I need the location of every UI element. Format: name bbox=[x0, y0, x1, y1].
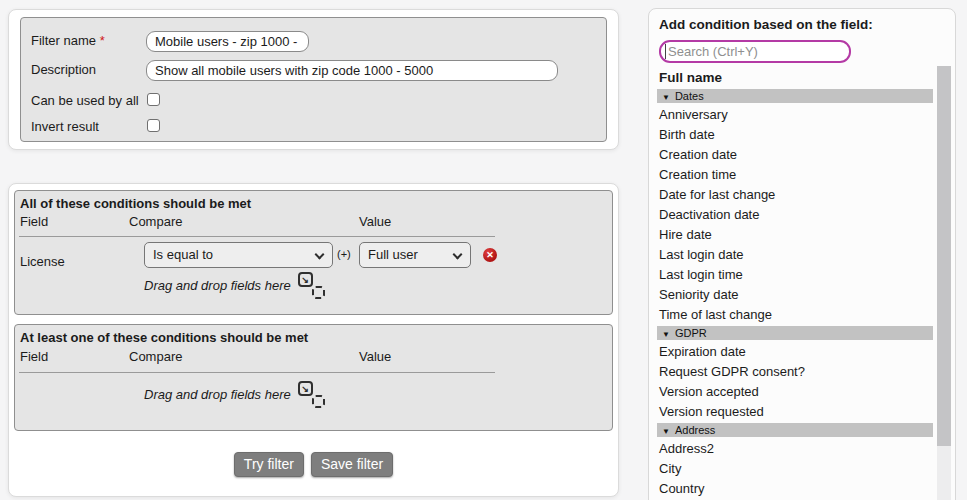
chevron-down-icon bbox=[453, 250, 463, 260]
drag-drop-icon: ↘ bbox=[298, 381, 325, 408]
collapse-triangle-icon: ▼ bbox=[662, 93, 670, 102]
search-input[interactable] bbox=[659, 40, 851, 63]
dropzone-text: Drag and drop fields here bbox=[144, 273, 291, 299]
field-item[interactable]: Creation date bbox=[649, 145, 955, 165]
column-header-value: Value bbox=[359, 349, 391, 364]
invert-result-label: Invert result bbox=[31, 120, 99, 134]
field-item[interactable]: Country bbox=[649, 479, 955, 499]
column-header-value: Value bbox=[359, 214, 391, 229]
column-header-compare: Compare bbox=[129, 214, 182, 229]
drag-drop-icon: ↘ bbox=[298, 272, 325, 299]
add-value-link[interactable]: (+) bbox=[337, 248, 351, 260]
conditions-card: All of these conditions should be met Fi… bbox=[8, 183, 619, 497]
field-item[interactable]: Expiration date bbox=[649, 342, 955, 362]
section-label: GDPR bbox=[675, 327, 707, 339]
drop-arrow-icon: ↘ bbox=[298, 381, 313, 396]
drop-arrow-icon: ↘ bbox=[298, 272, 313, 287]
field-item[interactable]: Date for last change bbox=[649, 185, 955, 205]
column-header-field: Field bbox=[20, 214, 48, 229]
column-header-field: Field bbox=[20, 349, 48, 364]
filter-name-input[interactable] bbox=[146, 31, 309, 52]
conditions-all-panel: All of these conditions should be met Fi… bbox=[14, 190, 613, 315]
field-item[interactable]: Last login date bbox=[649, 245, 955, 265]
conditions-all-dropzone[interactable]: Drag and drop fields here ↘ bbox=[144, 272, 325, 299]
try-filter-button[interactable]: Try filter bbox=[234, 452, 304, 477]
field-item[interactable]: Hire date bbox=[649, 225, 955, 245]
field-item-pinned[interactable]: Full name bbox=[649, 67, 955, 88]
section-header-address[interactable]: ▼Address bbox=[657, 423, 933, 437]
filter-definition-card: Filter name * Description Can be used by… bbox=[8, 9, 619, 150]
field-item[interactable]: Creation time bbox=[649, 165, 955, 185]
field-item[interactable]: Seniority date bbox=[649, 285, 955, 305]
compare-select-value: Is equal to bbox=[153, 247, 213, 262]
text-caret bbox=[665, 44, 666, 59]
can-be-used-by-all-checkbox[interactable] bbox=[147, 93, 160, 106]
delete-condition-button[interactable]: ✕ bbox=[483, 248, 497, 262]
field-list: Full name▼DatesAnniversaryBirth dateCrea… bbox=[649, 67, 955, 500]
chevron-down-icon bbox=[315, 250, 325, 260]
scrollbar-track[interactable] bbox=[937, 66, 951, 500]
filter-definition-panel: Filter name * Description Can be used by… bbox=[20, 17, 607, 142]
section-header-gdpr[interactable]: ▼GDPR bbox=[657, 326, 933, 340]
conditions-any-dropzone[interactable]: Drag and drop fields here ↘ bbox=[144, 381, 325, 408]
section-label: Address bbox=[675, 424, 715, 436]
conditions-any-title: At least one of these conditions should … bbox=[20, 330, 308, 345]
field-item[interactable]: Anniversary bbox=[649, 105, 955, 125]
header-divider bbox=[19, 372, 495, 373]
conditions-any-panel: At least one of these conditions should … bbox=[14, 324, 613, 431]
collapse-triangle-icon: ▼ bbox=[662, 330, 670, 339]
field-item[interactable]: Last login time bbox=[649, 265, 955, 285]
value-select-value: Full user bbox=[368, 247, 418, 262]
save-filter-button[interactable]: Save filter bbox=[311, 452, 393, 477]
field-item[interactable]: Time of last change bbox=[649, 305, 955, 325]
invert-result-checkbox[interactable] bbox=[147, 119, 160, 132]
conditions-all-title: All of these conditions should be met bbox=[20, 196, 251, 211]
section-label: Dates bbox=[675, 90, 704, 102]
drop-target-dashed-icon bbox=[312, 395, 325, 408]
dropzone-text: Drag and drop fields here bbox=[144, 382, 291, 408]
description-input[interactable] bbox=[146, 60, 558, 81]
scrollbar-thumb[interactable] bbox=[937, 66, 951, 446]
compare-select[interactable]: Is equal to bbox=[144, 242, 333, 268]
condition-field-name: License bbox=[20, 249, 65, 275]
description-label: Description bbox=[31, 63, 96, 77]
field-item[interactable]: Version requested bbox=[649, 402, 955, 422]
field-item[interactable]: Birth date bbox=[649, 125, 955, 145]
filter-name-label-text: Filter name bbox=[31, 33, 96, 48]
can-be-used-by-all-label: Can be used by all bbox=[31, 94, 139, 108]
filter-name-label: Filter name * bbox=[31, 34, 105, 48]
field-item[interactable]: Version accepted bbox=[649, 382, 955, 402]
drop-target-dashed-icon bbox=[312, 286, 325, 299]
field-picker-panel: Add condition based on the field: Full n… bbox=[648, 8, 956, 500]
field-item[interactable]: Deactivation date bbox=[649, 205, 955, 225]
field-item[interactable]: Request GDPR consent? bbox=[649, 362, 955, 382]
column-header-compare: Compare bbox=[129, 349, 182, 364]
section-header-dates[interactable]: ▼Dates bbox=[657, 89, 933, 103]
collapse-triangle-icon: ▼ bbox=[662, 427, 670, 436]
value-select[interactable]: Full user bbox=[359, 242, 471, 268]
header-divider bbox=[19, 236, 495, 237]
required-asterisk: * bbox=[100, 33, 105, 48]
field-item[interactable]: City bbox=[649, 459, 955, 479]
field-picker-title: Add condition based on the field: bbox=[659, 17, 873, 32]
field-item[interactable]: Address2 bbox=[649, 439, 955, 459]
action-button-row: Try filter Save filter bbox=[9, 452, 618, 477]
